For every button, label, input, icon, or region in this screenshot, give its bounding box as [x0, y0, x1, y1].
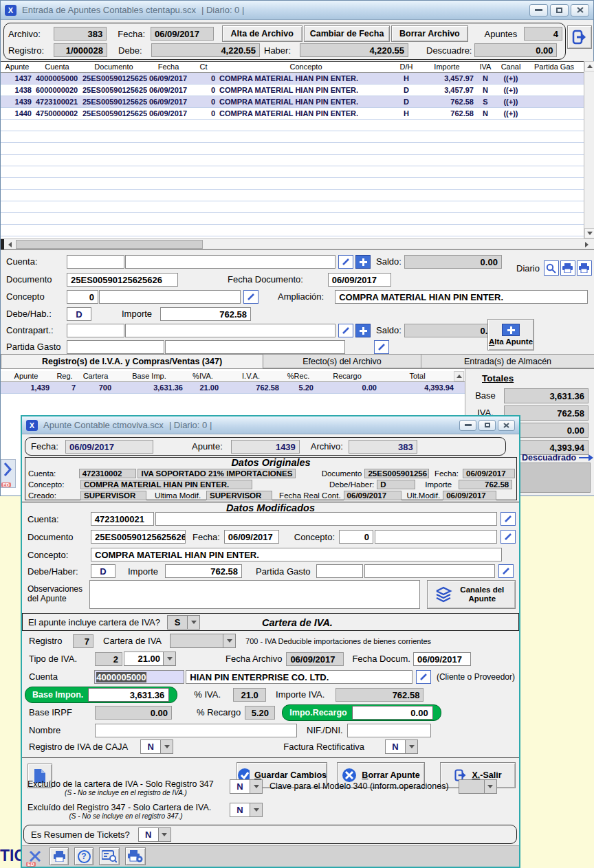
- ampliacion-label: Ampliación:: [278, 291, 324, 302]
- table-row[interactable]: 1439472310002125ES0059012562562606/09/20…: [1, 96, 584, 108]
- tab-efectos-archivo[interactable]: Efecto(s) del Archivo: [263, 354, 421, 368]
- maximize-button[interactable]: [550, 4, 569, 16]
- mod-documento-input[interactable]: 25ES00590125625626: [91, 530, 186, 544]
- iva-vscroll-up[interactable]: [454, 371, 464, 381]
- cliente-proveedor-note: (Cliente o Proveedor): [437, 672, 515, 682]
- hscroll-thumb[interactable]: [16, 240, 203, 249]
- record-search-button[interactable]: [99, 847, 120, 865]
- alta-archivo-button[interactable]: Alta de Archivo: [222, 25, 302, 42]
- cuenta-code-input[interactable]: [67, 255, 124, 269]
- alta-apunte-button[interactable]: Alta Apunte: [487, 319, 534, 350]
- concepto-code-input[interactable]: 0: [67, 290, 98, 304]
- fecha-docum-input[interactable]: 06/09/2017: [413, 652, 471, 666]
- scroll-right-arrow[interactable]: [582, 239, 592, 249]
- table-cell: H: [395, 73, 418, 84]
- mod-cuenta-desc-input[interactable]: [155, 512, 497, 526]
- borrar-archivo-button[interactable]: Borrar Archivo: [391, 25, 468, 42]
- scroll-up-arrow[interactable]: [584, 61, 594, 71]
- mod-cuenta-edit-button[interactable]: [500, 512, 516, 526]
- cartera-cuenta-input[interactable]: 4000005000: [94, 670, 184, 684]
- table-cell: 762.58: [418, 108, 476, 119]
- tab-registro-iva[interactable]: Registro(s) de I.V.A. y Compras/Ventas (…: [1, 354, 263, 368]
- mod-importe-input[interactable]: 762.58: [165, 564, 242, 578]
- impo-recargo-field[interactable]: Impo.Recargo 0.00: [282, 704, 441, 721]
- cuenta-desc-input[interactable]: [125, 255, 336, 269]
- cartera-cuenta-edit-button[interactable]: [416, 670, 431, 684]
- scroll-left-arrow[interactable]: [5, 239, 15, 249]
- table-hscrollbar[interactable]: [1, 238, 594, 249]
- totales-row: Base3,631.36: [467, 387, 594, 404]
- table-row[interactable]: 1437400000500025ES0059012562562606/09/20…: [1, 73, 584, 85]
- table-row[interactable]: 1438600000002025ES0059012562562606/09/20…: [1, 85, 584, 96]
- print-button[interactable]: [50, 847, 69, 865]
- mod-partida-code-input[interactable]: [316, 564, 363, 578]
- contrapart-code-input[interactable]: [67, 324, 124, 337]
- cuenta-add-button[interactable]: [355, 255, 371, 269]
- cartera-question-select[interactable]: S: [167, 615, 200, 630]
- cambiar-fecha-button[interactable]: Cambiar de Fecha: [304, 25, 390, 42]
- child-top-box: Fecha: 06/09/2017 Apunte: 1439 Archivo: …: [25, 437, 506, 456]
- print-settings-button[interactable]: [125, 847, 146, 865]
- contrapart-desc-input[interactable]: [125, 324, 336, 337]
- mod-concepto-desc-input[interactable]: [375, 530, 497, 544]
- contrapart-add-button[interactable]: [355, 324, 371, 337]
- ampliacion-input[interactable]: COMPRA MATERIAL HIAN PIN ENTER.: [335, 290, 588, 304]
- partida-desc-input[interactable]: [165, 340, 345, 354]
- excl-cartera-select[interactable]: N: [230, 803, 263, 817]
- close-form-button[interactable]: ED: [26, 847, 44, 865]
- importe-input[interactable]: 762.58: [160, 307, 251, 321]
- scroll-down-arrow[interactable]: [584, 228, 594, 238]
- mod-cuenta-input[interactable]: 4723100021: [91, 512, 155, 526]
- fecha-label: Fecha:: [118, 29, 151, 39]
- mod-concepto-code-input[interactable]: 0: [339, 530, 373, 544]
- child-close-button[interactable]: [498, 420, 515, 431]
- exit-window-button[interactable]: [567, 25, 592, 49]
- mod-concepto-input[interactable]: COMPRA MATERIAL HIAN PIN ENTER.: [91, 548, 502, 561]
- clave-modelo-340-select[interactable]: [459, 779, 497, 794]
- minimize-button[interactable]: [529, 4, 548, 16]
- tickets-select[interactable]: N: [138, 827, 171, 842]
- mod-partida-edit-button[interactable]: [498, 564, 514, 578]
- table-row[interactable]: 1440475000000225ES0059012562562606/09/20…: [1, 108, 584, 120]
- tipo-iva-value: 2: [95, 652, 122, 666]
- iva-caja-select[interactable]: N: [140, 739, 173, 754]
- concepto-desc-input[interactable]: [99, 290, 241, 304]
- help-button[interactable]: ?: [74, 847, 94, 865]
- cartera-select[interactable]: [170, 634, 236, 648]
- canales-apunte-button[interactable]: Canales del Apunte: [427, 580, 516, 609]
- base-imponible-field[interactable]: Base Impon. 3,631.36: [25, 687, 177, 703]
- partida-code-input[interactable]: [67, 340, 164, 354]
- observaciones-input[interactable]: [89, 580, 419, 609]
- excl-347-select[interactable]: N: [230, 779, 263, 794]
- debehab-input[interactable]: D: [67, 307, 91, 321]
- tipo-iva-pct-select[interactable]: 21.00: [124, 652, 176, 666]
- child-toolbar: ED ?: [22, 845, 519, 867]
- child-minimize-button[interactable]: [459, 420, 476, 431]
- iva-table-row[interactable]: 1,43977003,631.3621.00762.585.200.004,39…: [1, 382, 465, 394]
- mod-fecha-input[interactable]: 06/09/2017: [224, 530, 279, 544]
- mod-concepto-edit-button[interactable]: [500, 530, 516, 544]
- mod-dh-input[interactable]: D: [91, 564, 116, 578]
- cuenta-edit-button[interactable]: [338, 255, 353, 269]
- cartera-cuenta-desc-input[interactable]: HIAN PIN ENTERPRISE CO. LTD.: [186, 670, 412, 684]
- child-maximize-button[interactable]: [478, 420, 496, 431]
- form-cuenta-label: Cuenta:: [6, 256, 67, 267]
- fecha-documento-input[interactable]: 06/09/2017: [328, 273, 391, 287]
- concepto-edit-button[interactable]: [243, 290, 258, 304]
- nif-input[interactable]: [347, 724, 431, 737]
- table-cell: 5.20: [281, 382, 316, 393]
- ed-panel-toggle[interactable]: ED: [1, 459, 16, 488]
- close-button[interactable]: [571, 4, 589, 16]
- mod-importe-label: Importe: [128, 566, 158, 577]
- documento-input[interactable]: 25ES00590125625626: [67, 273, 178, 287]
- mod-partida-desc-input[interactable]: [364, 564, 495, 578]
- side-ed-button[interactable]: [2, 211, 16, 238]
- rectificativa-select[interactable]: N: [385, 739, 418, 754]
- nombre-input[interactable]: [95, 724, 297, 737]
- tab-entradas-almacen[interactable]: Entrada(s) de Almacén: [421, 354, 594, 368]
- printer-gear-icon: [128, 850, 143, 863]
- contrapart-edit-button[interactable]: [338, 324, 353, 337]
- table-vscrollbar[interactable]: [584, 61, 594, 238]
- table-cell: 3,457.97: [418, 73, 476, 84]
- partida-edit-button[interactable]: [374, 340, 389, 354]
